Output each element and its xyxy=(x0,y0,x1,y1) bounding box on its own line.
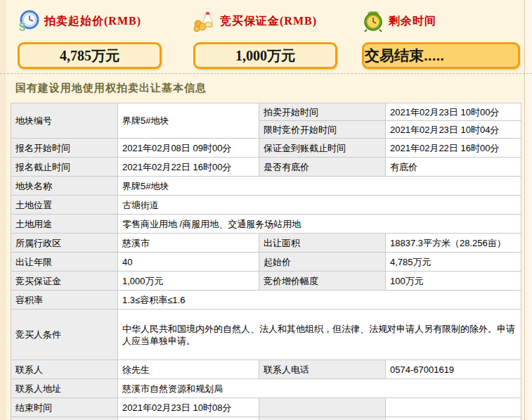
table-row: 所属行政区 慈溪市 出让面积 18837.3平方米（28.256亩） xyxy=(11,234,521,253)
contact-phone-label: 联系人电话 xyxy=(259,360,386,379)
table-row: 最高有效报价 4,785 万元 竞得入选人 宁波钰港房地产有限公司 xyxy=(11,417,521,420)
time-left-label: 剩余时间 xyxy=(389,14,436,29)
signup-end-time-value: 2021年02月22日 16时00分 xyxy=(118,158,259,177)
transfer-area-value: 18837.3平方米（28.256亩） xyxy=(386,234,521,253)
coins-icon xyxy=(193,10,216,32)
table-row: 土地用途 零售商业用地 /商服用地、交通服务场站用地 xyxy=(11,215,521,234)
time-left-group: 剩余时间 交易结束..... xyxy=(362,8,520,69)
plot-ratio-label: 容积率 xyxy=(11,291,118,310)
highest-valid-bid-value: 4,785 万元 xyxy=(118,417,259,420)
table-row: 结束时间 2021年02月23日 10时08分 xyxy=(11,398,521,417)
winner-label: 竞得入选人 xyxy=(259,417,386,420)
table-row: 土地位置 古塘街道 xyxy=(11,196,521,215)
parcel-no-value: 界牌5#地块 xyxy=(118,103,259,139)
bid-deposit-label: 竞买保证金 xyxy=(11,272,118,291)
contact-phone-value: 0574-67001619 xyxy=(386,360,521,379)
table-row: 联系人地址 慈溪市自然资源和规划局 xyxy=(11,379,521,398)
end-time-spacer-label xyxy=(259,398,386,417)
table-row: 报名开始时间 2021年02月08日 09时00分 保证金到账截止时间 2021… xyxy=(11,139,521,158)
deposit-value-box: 1,000万元 xyxy=(193,42,337,69)
bidder-conditions-value: 中华人民共和国境内外的自然人、法人和其他组织，但法律、法规对申请人另有限制的除外… xyxy=(118,310,521,360)
start-price-value: 4,785万元 xyxy=(60,46,119,65)
limit-bid-start-label: 限时竞价开始时间 xyxy=(259,121,386,139)
transfer-years-label: 出让年限 xyxy=(11,253,118,272)
starting-price-value: 4,785万元 xyxy=(386,253,521,272)
bid-deposit-value: 1,000万元 xyxy=(118,272,259,291)
bid-increment-label: 竞价增价幅度 xyxy=(259,272,386,291)
svg-text:$: $ xyxy=(19,21,25,32)
start-price-label: 拍卖起始价(RMB) xyxy=(44,14,141,29)
end-time-spacer-value xyxy=(386,398,521,417)
time-left-value-box: 交易结束..... xyxy=(362,42,520,69)
contact-person-label: 联系人 xyxy=(11,360,118,379)
transfer-years-value: 40 xyxy=(118,253,259,272)
deposit-label: 竞买保证金(RMB) xyxy=(220,14,317,29)
start-price-group: $ 拍卖起始价(RMB) 4,785万元 xyxy=(18,8,162,69)
transfer-area-label: 出让面积 xyxy=(259,234,386,253)
table-row: 出让年限 40 起始价 4,785万元 xyxy=(11,253,521,272)
clock-dollar-icon: $ xyxy=(18,10,40,32)
contact-person-value: 徐先生 xyxy=(118,360,259,379)
parcel-name-label: 地块名称 xyxy=(11,177,118,196)
signup-start-time-value: 2021年02月08日 09时00分 xyxy=(118,139,259,158)
table-row: 竞买人条件 中华人民共和国境内外的自然人、法人和其他组织，但法律、法规对申请人另… xyxy=(11,310,521,360)
limit-bid-start-value: 2021年02月23日 10时04分 xyxy=(386,121,521,139)
contact-address-label: 联系人地址 xyxy=(11,379,118,398)
end-time-value: 2021年02月23日 10时08分 xyxy=(118,398,259,417)
end-time-label: 结束时间 xyxy=(11,398,118,417)
winner-value: 宁波钰港房地产有限公司 xyxy=(386,417,521,420)
deposit-value: 1,000万元 xyxy=(235,46,295,65)
starting-price-label: 起始价 xyxy=(259,253,386,272)
table-row: 地块编号 界牌5#地块 拍卖开始时间 2021年02月23日 10时00分 xyxy=(11,103,521,121)
table-row: 竞买保证金 1,000万元 竞价增价幅度 100万元 xyxy=(11,272,521,291)
plot-ratio-value: 1.3≤容积率≤1.6 xyxy=(118,291,521,310)
land-use-label: 土地用途 xyxy=(11,215,118,234)
table-row: 地块名称 界牌5#地块 xyxy=(11,177,521,196)
auction-start-time-value: 2021年02月23日 10时00分 xyxy=(386,103,521,121)
table-row: 报名截止时间 2021年02月22日 16时00分 是否有底价 有底价 xyxy=(11,158,521,177)
time-left-value: 交易结束..... xyxy=(365,46,444,65)
land-location-value: 古塘街道 xyxy=(118,196,521,215)
admin-region-label: 所属行政区 xyxy=(11,234,118,253)
table-row: 联系人 徐先生 联系人电话 0574-67001619 xyxy=(11,360,521,379)
land-use-value: 零售商业用地 /商服用地、交通服务场站用地 xyxy=(118,215,521,234)
contact-address-value: 慈溪市自然资源和规划局 xyxy=(118,379,521,398)
parcel-name-value: 界牌5#地块 xyxy=(118,177,521,196)
has-reserve-price-label: 是否有底价 xyxy=(259,158,386,177)
table-row: 容积率 1.3≤容积率≤1.6 xyxy=(11,291,521,310)
deposit-group: 竞买保证金(RMB) 1,000万元 xyxy=(193,8,337,69)
land-location-label: 土地位置 xyxy=(11,196,118,215)
bidder-conditions-label: 竞买人条件 xyxy=(11,310,118,360)
highest-valid-bid-label: 最高有效报价 xyxy=(11,417,118,420)
admin-region-value: 慈溪市 xyxy=(118,234,259,253)
auction-info-table: 地块编号 界牌5#地块 拍卖开始时间 2021年02月23日 10时00分 限时… xyxy=(11,103,521,420)
signup-end-time-label: 报名截止时间 xyxy=(11,158,118,177)
auction-summary-bar: $ 拍卖起始价(RMB) 4,785万元 竞买保证金(RMB) xyxy=(0,0,532,74)
deposit-deadline-label: 保证金到账截止时间 xyxy=(259,139,386,158)
alarm-clock-icon xyxy=(362,10,384,32)
bid-increment-value: 100万元 xyxy=(386,272,521,291)
parcel-no-label: 地块编号 xyxy=(11,103,118,139)
deposit-deadline-value: 2021年02月22日 16时00分 xyxy=(386,139,521,158)
auction-start-time-label: 拍卖开始时间 xyxy=(259,103,386,121)
section-title: 国有建设用地使用权拍卖出让基本信息 xyxy=(15,82,207,95)
signup-start-time-label: 报名开始时间 xyxy=(11,139,118,158)
has-reserve-price-value: 有底价 xyxy=(386,158,521,177)
start-price-value-box: 4,785万元 xyxy=(18,42,162,69)
